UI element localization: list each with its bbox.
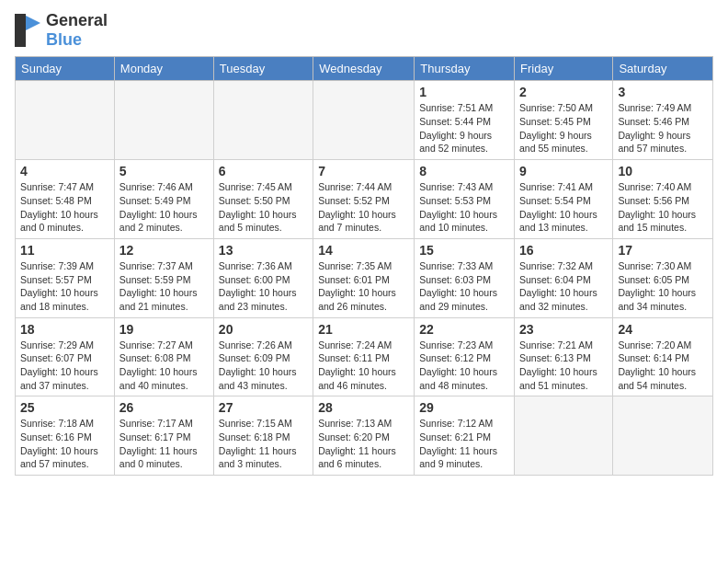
day-info: Sunrise: 7:33 AMSunset: 6:03 PMDaylight:… bbox=[419, 259, 509, 314]
day-number: 17 bbox=[618, 243, 708, 258]
calendar-cell: 6Sunrise: 7:45 AMSunset: 5:50 PMDaylight… bbox=[213, 160, 313, 239]
calendar-cell: 24Sunrise: 7:20 AMSunset: 6:14 PMDayligh… bbox=[613, 317, 713, 396]
calendar-cell: 11Sunrise: 7:39 AMSunset: 5:57 PMDayligh… bbox=[16, 238, 115, 317]
calendar-header-tuesday: Tuesday bbox=[213, 57, 313, 81]
day-info: Sunrise: 7:45 AMSunset: 5:50 PMDaylight:… bbox=[219, 180, 308, 235]
day-number: 27 bbox=[219, 400, 308, 415]
day-number: 24 bbox=[618, 322, 708, 337]
day-number: 15 bbox=[419, 243, 509, 258]
day-number: 18 bbox=[20, 322, 109, 337]
day-info: Sunrise: 7:17 AMSunset: 6:17 PMDaylight:… bbox=[119, 417, 209, 471]
calendar-cell: 23Sunrise: 7:21 AMSunset: 6:13 PMDayligh… bbox=[515, 317, 613, 396]
day-info: Sunrise: 7:43 AMSunset: 5:53 PMDaylight:… bbox=[419, 180, 509, 235]
day-info: Sunrise: 7:18 AMSunset: 6:16 PMDaylight:… bbox=[20, 417, 109, 471]
calendar-cell: 4Sunrise: 7:47 AMSunset: 5:48 PMDaylight… bbox=[16, 160, 115, 239]
calendar-cell: 19Sunrise: 7:27 AMSunset: 6:08 PMDayligh… bbox=[114, 317, 213, 396]
day-number: 29 bbox=[419, 400, 509, 415]
day-info: Sunrise: 7:15 AMSunset: 6:18 PMDaylight:… bbox=[219, 417, 308, 471]
day-number: 14 bbox=[318, 243, 409, 258]
day-info: Sunrise: 7:32 AMSunset: 6:04 PMDaylight:… bbox=[519, 259, 608, 314]
calendar-cell: 7Sunrise: 7:44 AMSunset: 5:52 PMDaylight… bbox=[313, 160, 415, 239]
day-number: 8 bbox=[419, 164, 509, 178]
day-info: Sunrise: 7:39 AMSunset: 5:57 PMDaylight:… bbox=[20, 259, 109, 314]
day-info: Sunrise: 7:51 AMSunset: 5:44 PMDaylight:… bbox=[419, 101, 509, 155]
day-info: Sunrise: 7:40 AMSunset: 5:56 PMDaylight:… bbox=[618, 180, 708, 235]
calendar-week-0: 1Sunrise: 7:51 AMSunset: 5:44 PMDaylight… bbox=[16, 81, 713, 160]
day-number: 7 bbox=[318, 164, 409, 178]
calendar-cell bbox=[114, 81, 213, 160]
day-number: 26 bbox=[119, 400, 209, 415]
calendar-cell bbox=[515, 396, 613, 476]
day-number: 2 bbox=[519, 85, 608, 99]
day-info: Sunrise: 7:12 AMSunset: 6:21 PMDaylight:… bbox=[419, 417, 509, 471]
day-number: 21 bbox=[318, 322, 409, 337]
day-number: 16 bbox=[519, 243, 608, 258]
day-info: Sunrise: 7:47 AMSunset: 5:48 PMDaylight:… bbox=[20, 180, 109, 235]
calendar-cell: 2Sunrise: 7:50 AMSunset: 5:45 PMDaylight… bbox=[515, 81, 613, 160]
day-info: Sunrise: 7:27 AMSunset: 6:08 PMDaylight:… bbox=[119, 339, 209, 393]
day-number: 22 bbox=[419, 322, 509, 337]
day-number: 19 bbox=[119, 322, 209, 337]
day-number: 20 bbox=[219, 322, 308, 337]
calendar-header-row: SundayMondayTuesdayWednesdayThursdayFrid… bbox=[16, 57, 713, 81]
calendar-cell: 14Sunrise: 7:35 AMSunset: 6:01 PMDayligh… bbox=[313, 238, 415, 317]
calendar-header-monday: Monday bbox=[114, 57, 213, 81]
calendar-cell: 3Sunrise: 7:49 AMSunset: 5:46 PMDaylight… bbox=[613, 81, 713, 160]
calendar-cell bbox=[313, 81, 415, 160]
calendar-header-sunday: Sunday bbox=[16, 57, 115, 81]
calendar: SundayMondayTuesdayWednesdayThursdayFrid… bbox=[15, 56, 713, 476]
calendar-week-3: 18Sunrise: 7:29 AMSunset: 6:07 PMDayligh… bbox=[16, 317, 713, 396]
calendar-cell: 9Sunrise: 7:41 AMSunset: 5:54 PMDaylight… bbox=[515, 160, 613, 239]
day-number: 12 bbox=[119, 243, 209, 258]
svg-rect-0 bbox=[15, 14, 26, 47]
calendar-cell: 17Sunrise: 7:30 AMSunset: 6:05 PMDayligh… bbox=[613, 238, 713, 317]
day-number: 3 bbox=[618, 85, 708, 99]
calendar-cell: 8Sunrise: 7:43 AMSunset: 5:53 PMDaylight… bbox=[415, 160, 515, 239]
day-number: 13 bbox=[219, 243, 308, 258]
calendar-cell bbox=[213, 81, 313, 160]
header: General Blue bbox=[0, 0, 728, 56]
logo-flag-icon bbox=[15, 14, 42, 47]
day-info: Sunrise: 7:29 AMSunset: 6:07 PMDaylight:… bbox=[20, 339, 109, 393]
day-number: 10 bbox=[618, 164, 708, 178]
calendar-cell: 5Sunrise: 7:46 AMSunset: 5:49 PMDaylight… bbox=[114, 160, 213, 239]
calendar-cell: 16Sunrise: 7:32 AMSunset: 6:04 PMDayligh… bbox=[515, 238, 613, 317]
logo-container: General Blue bbox=[15, 11, 108, 49]
day-info: Sunrise: 7:30 AMSunset: 6:05 PMDaylight:… bbox=[618, 259, 708, 314]
day-number: 4 bbox=[20, 164, 109, 178]
day-number: 11 bbox=[20, 243, 109, 258]
day-info: Sunrise: 7:35 AMSunset: 6:01 PMDaylight:… bbox=[318, 259, 409, 314]
day-number: 1 bbox=[419, 85, 509, 99]
calendar-week-4: 25Sunrise: 7:18 AMSunset: 6:16 PMDayligh… bbox=[16, 396, 713, 476]
calendar-header-saturday: Saturday bbox=[613, 57, 713, 81]
calendar-cell: 21Sunrise: 7:24 AMSunset: 6:11 PMDayligh… bbox=[313, 317, 415, 396]
calendar-cell: 1Sunrise: 7:51 AMSunset: 5:44 PMDaylight… bbox=[415, 81, 515, 160]
day-number: 9 bbox=[519, 164, 608, 178]
day-info: Sunrise: 7:50 AMSunset: 5:45 PMDaylight:… bbox=[519, 101, 608, 155]
logo-blue: Blue bbox=[46, 30, 108, 50]
calendar-cell: 26Sunrise: 7:17 AMSunset: 6:17 PMDayligh… bbox=[114, 396, 213, 476]
calendar-cell: 22Sunrise: 7:23 AMSunset: 6:12 PMDayligh… bbox=[415, 317, 515, 396]
day-info: Sunrise: 7:37 AMSunset: 5:59 PMDaylight:… bbox=[119, 259, 209, 314]
svg-marker-1 bbox=[26, 16, 40, 30]
calendar-cell: 27Sunrise: 7:15 AMSunset: 6:18 PMDayligh… bbox=[213, 396, 313, 476]
day-number: 6 bbox=[219, 164, 308, 178]
calendar-cell: 25Sunrise: 7:18 AMSunset: 6:16 PMDayligh… bbox=[16, 396, 115, 476]
calendar-week-2: 11Sunrise: 7:39 AMSunset: 5:57 PMDayligh… bbox=[16, 238, 713, 317]
day-number: 5 bbox=[119, 164, 209, 178]
day-info: Sunrise: 7:46 AMSunset: 5:49 PMDaylight:… bbox=[119, 180, 209, 235]
day-info: Sunrise: 7:41 AMSunset: 5:54 PMDaylight:… bbox=[519, 180, 608, 235]
day-info: Sunrise: 7:36 AMSunset: 6:00 PMDaylight:… bbox=[219, 259, 308, 314]
calendar-cell: 12Sunrise: 7:37 AMSunset: 5:59 PMDayligh… bbox=[114, 238, 213, 317]
logo-general: General bbox=[46, 11, 108, 30]
day-info: Sunrise: 7:13 AMSunset: 6:20 PMDaylight:… bbox=[318, 417, 409, 471]
calendar-week-1: 4Sunrise: 7:47 AMSunset: 5:48 PMDaylight… bbox=[16, 160, 713, 239]
day-info: Sunrise: 7:49 AMSunset: 5:46 PMDaylight:… bbox=[618, 101, 708, 155]
calendar-cell: 20Sunrise: 7:26 AMSunset: 6:09 PMDayligh… bbox=[213, 317, 313, 396]
calendar-cell bbox=[16, 81, 115, 160]
day-info: Sunrise: 7:26 AMSunset: 6:09 PMDaylight:… bbox=[219, 339, 308, 393]
calendar-header-thursday: Thursday bbox=[415, 57, 515, 81]
day-info: Sunrise: 7:23 AMSunset: 6:12 PMDaylight:… bbox=[419, 339, 509, 393]
calendar-wrapper: SundayMondayTuesdayWednesdayThursdayFrid… bbox=[0, 56, 728, 483]
calendar-cell: 15Sunrise: 7:33 AMSunset: 6:03 PMDayligh… bbox=[415, 238, 515, 317]
